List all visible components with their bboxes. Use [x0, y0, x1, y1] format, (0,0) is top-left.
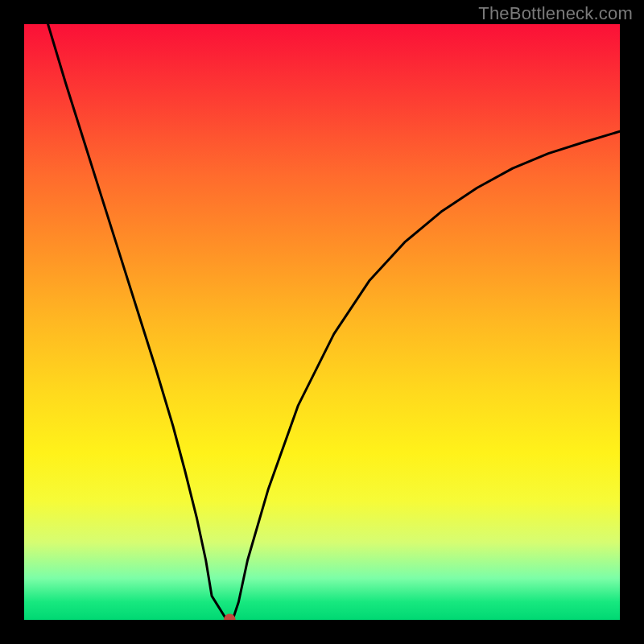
- watermark-text: TheBottleneck.com: [478, 3, 633, 24]
- chart-outer-frame: TheBottleneck.com: [0, 0, 644, 644]
- bottleneck-curve: [48, 24, 620, 620]
- plot-area: [24, 24, 620, 620]
- curve-layer: [24, 24, 620, 620]
